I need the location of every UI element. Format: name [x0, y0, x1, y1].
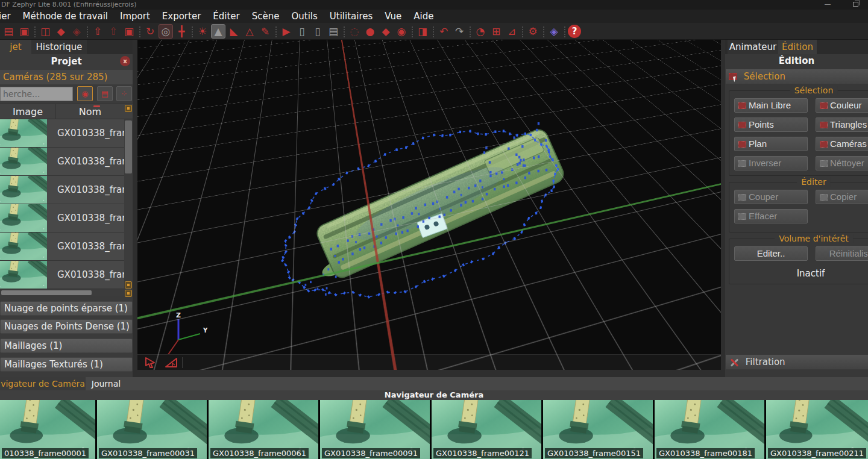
tab-animateur[interactable]: Animateur	[728, 40, 778, 54]
lighting-icon[interactable]: ☀	[195, 24, 210, 39]
dense-cloud-icon[interactable]: ◈	[69, 24, 84, 39]
toolbar-separator	[342, 25, 346, 37]
tab-edition[interactable]: Édition	[778, 40, 817, 54]
restore-button[interactable]	[845, 0, 866, 9]
menu-scne[interactable]: Scène	[246, 10, 286, 23]
camera-row[interactable]: GX010338_fram	[0, 148, 124, 176]
menu-diter[interactable]: Éditer	[207, 10, 245, 23]
film-thumbnail[interactable]: GX010338_frame00211	[766, 400, 868, 459]
button-triangles[interactable]: Triangles	[816, 117, 868, 132]
button-glyph-icon	[738, 194, 746, 201]
zephyr-logo-icon[interactable]: ◈	[547, 24, 561, 39]
pivot-tool-icon[interactable]: ◎	[159, 24, 173, 39]
menu-aide[interactable]: Aide	[407, 10, 439, 23]
button-points[interactable]: Points	[734, 117, 808, 132]
camera-list-vscrollbar[interactable]	[124, 119, 133, 283]
menu-mthodedetravail[interactable]: Méthode de travail	[17, 10, 114, 23]
open-project-icon[interactable]: ▤	[1, 24, 16, 39]
section-nuages-de-points-den[interactable]: Nuages de Points Dense (1)	[0, 319, 133, 334]
camera-row[interactable]: GX010338_fram	[0, 204, 124, 233]
notes-stack-icon[interactable]: ▤	[326, 24, 341, 39]
help-icon[interactable]: ?	[568, 25, 581, 38]
film-thumbnail[interactable]: GX010338_frame00151	[543, 400, 653, 459]
column-image[interactable]: Image	[0, 104, 55, 119]
column-nom[interactable]: Nom	[55, 104, 124, 119]
film-thumbnail[interactable]: GX010338_frame00121	[432, 400, 541, 459]
search-input[interactable]	[0, 87, 73, 101]
table-corner-button[interactable]	[125, 105, 132, 112]
button-mainlibre[interactable]: Main Libre	[734, 98, 808, 113]
note-icon[interactable]: ▯	[295, 24, 309, 39]
menu-ier[interactable]: ier	[0, 10, 17, 23]
reload-icon[interactable]: ↻	[143, 24, 157, 39]
section-nuage-de-points--par[interactable]: Nuage de points éparse (1)	[0, 301, 133, 316]
settings-gear-icon[interactable]: ⚙	[526, 24, 540, 39]
menu-import[interactable]: Import	[114, 10, 156, 23]
orbit-icon[interactable]: ◔	[473, 24, 488, 39]
angle-tool-icon[interactable]	[164, 357, 180, 369]
camera-row[interactable]: GX010338_fram	[0, 176, 124, 204]
minimize-button[interactable]: —	[817, 0, 838, 9]
button-couleur[interactable]: Couleur	[816, 98, 868, 113]
dense-sphere-icon[interactable]: ●	[363, 24, 377, 39]
film-thumbnail[interactable]: 010338_frame00001	[0, 400, 95, 459]
film-thumbnail[interactable]: GX010338_frame00091	[320, 400, 430, 459]
selection-collapse-bar[interactable]: Sélection	[725, 69, 868, 84]
group-selection: Sélection Main LibreCouleurPointsTriangl…	[729, 90, 868, 176]
scroll-corner-button[interactable]	[125, 290, 132, 297]
cameras-header[interactable]: Caméras (285 sur 285)	[0, 70, 133, 84]
viewport-3d[interactable]: Z Y X	[137, 40, 721, 370]
save-project-icon[interactable]: ▣	[17, 24, 31, 39]
add-photos-icon[interactable]: ▣	[122, 24, 136, 39]
textured-view-icon[interactable]: ▲	[211, 24, 225, 39]
measure-icon[interactable]: ⊿	[505, 24, 519, 39]
button-plan[interactable]: Plan	[734, 137, 808, 151]
caged-sphere-icon[interactable]: ◉	[394, 24, 409, 39]
sparse-sphere-icon[interactable]: ◌	[347, 24, 362, 39]
wireframe-view-icon[interactable]: △	[242, 24, 257, 39]
photo-eye-icon[interactable]: ◨	[415, 24, 430, 39]
workspace-panel-icon[interactable]: ◫	[38, 24, 52, 39]
solid-view-icon[interactable]: ◣	[227, 24, 241, 39]
redo-icon[interactable]: ↷	[452, 24, 467, 39]
filtration-collapse-bar[interactable]: Filtration	[725, 354, 868, 370]
note-point-icon[interactable]: ▯	[310, 24, 325, 39]
menu-outils[interactable]: Outils	[285, 10, 323, 23]
workflow-icon[interactable]: ╋	[174, 24, 189, 39]
button-editer[interactable]: Editer..	[734, 246, 808, 261]
textured-mesh-beam[interactable]	[304, 126, 567, 284]
camera-select-icon[interactable]: ▶	[279, 24, 294, 39]
camera-row[interactable]: GX010338_fram	[0, 119, 124, 148]
film-thumbnail[interactable]: GX010338_frame00181	[655, 400, 764, 459]
film-filter-button[interactable]: ▤	[97, 86, 113, 101]
paint-select-icon[interactable]: ✎	[258, 24, 272, 39]
menu-vue[interactable]: Vue	[379, 10, 407, 23]
vscroll-end-button[interactable]	[125, 281, 132, 289]
section-maillages----[interactable]: Maillages (1)	[0, 339, 133, 353]
crop-icon[interactable]: ⊞	[489, 24, 503, 39]
extract-mesh-icon[interactable]: ⇧	[90, 24, 105, 39]
camera-row[interactable]: GX010338_fram	[0, 233, 124, 261]
lasso-select-icon[interactable]	[143, 357, 159, 369]
film-thumbnail[interactable]: GX010338_frame00061	[209, 400, 318, 459]
vscroll-thumb[interactable]	[125, 120, 132, 173]
menu-utilitaires[interactable]: Utilitaires	[324, 10, 379, 23]
tab-navigateur-camera[interactable]: vigateur de Caméra	[0, 377, 86, 390]
structure-filter-button[interactable]: ⁘	[116, 86, 132, 101]
tab-historique[interactable]: Historique	[31, 40, 87, 54]
button-camras[interactable]: Caméras	[816, 137, 868, 151]
film-thumbnail[interactable]: GX010338_frame00031	[97, 400, 207, 459]
mesh-cube-icon[interactable]: ◆	[379, 24, 393, 39]
camera-filter-button[interactable]: ◉	[77, 86, 93, 101]
undo-icon[interactable]: ↶	[436, 24, 451, 39]
menu-exporter[interactable]: Exporter	[156, 10, 207, 23]
camera-list-hscrollbar[interactable]	[0, 290, 124, 296]
tab-projet[interactable]: jet	[0, 40, 31, 54]
hscroll-thumb[interactable]	[1, 290, 92, 295]
sparse-cloud-icon[interactable]: ◆	[54, 24, 68, 39]
close-panel-button[interactable]: x	[120, 56, 130, 66]
camera-row[interactable]: GX010338_fram	[0, 261, 124, 289]
tab-journal[interactable]: Journal	[86, 377, 127, 390]
section-maillages-textur-s--[interactable]: Maillages Texturés (1)	[0, 357, 133, 372]
extract-textured-mesh-icon[interactable]: ⇧	[106, 24, 121, 39]
